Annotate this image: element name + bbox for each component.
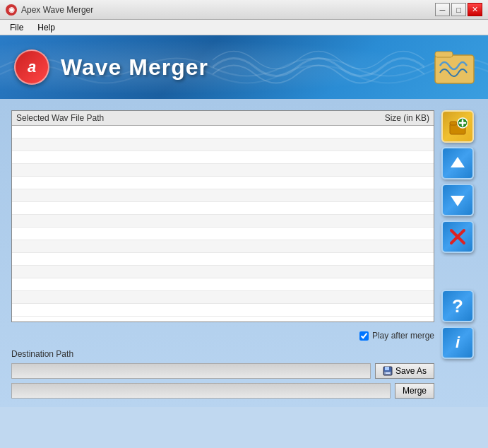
play-after-merge-label: Play after merge (372, 331, 434, 341)
merge-path-input[interactable] (11, 383, 391, 399)
delete-button[interactable] (441, 220, 474, 253)
svg-marker-12 (451, 196, 465, 206)
info-icon: i (456, 334, 460, 352)
merge-button[interactable]: Merge (395, 383, 434, 399)
info-button[interactable]: i (441, 326, 474, 359)
table-row (12, 189, 434, 202)
save-icon (383, 366, 393, 376)
save-as-label: Save As (395, 366, 427, 376)
move-down-button[interactable] (441, 184, 474, 216)
menu-help[interactable]: Help (30, 21, 62, 34)
add-icon (448, 117, 468, 136)
table-row (12, 215, 434, 228)
side-buttons: ? i (441, 110, 477, 399)
header-graphic (432, 41, 481, 94)
table-row (12, 202, 434, 215)
add-files-button[interactable] (441, 110, 474, 143)
table-row (12, 291, 434, 304)
app-logo: a (14, 49, 49, 85)
menu-bar: File Help (0, 20, 488, 35)
file-list-container: Selected Wav File Path Size (in KB) (11, 110, 434, 322)
table-row (12, 240, 434, 253)
table-row (12, 138, 434, 151)
destination-label: Destination Path (11, 349, 434, 359)
table-row (12, 228, 434, 240)
destination-row: Save As (11, 363, 434, 379)
move-up-button[interactable] (441, 147, 474, 179)
table-row (12, 151, 434, 164)
table-row (12, 177, 434, 189)
header-decoration (213, 35, 424, 99)
col-header-size: Size (in KB) (373, 113, 429, 123)
window-title: Apex Wave Merger (21, 5, 435, 15)
merge-label: Merge (403, 386, 427, 396)
svg-rect-7 (450, 122, 457, 125)
table-row (12, 126, 434, 138)
main-panel: Selected Wav File Path Size (in KB) (11, 110, 434, 399)
help-icon: ? (452, 295, 463, 317)
app-header: a Wave Merger (0, 35, 488, 99)
svg-marker-11 (451, 157, 465, 167)
arrow-down-icon (449, 191, 466, 208)
destination-path-input[interactable] (11, 363, 371, 379)
play-after-merge-checkbox[interactable] (359, 331, 369, 341)
content-area: Selected Wav File Path Size (in KB) (0, 99, 488, 407)
file-list-header: Selected Wav File Path Size (in KB) (12, 111, 434, 126)
play-after-merge-section: Play after merge (11, 328, 434, 343)
table-row (12, 164, 434, 177)
svg-rect-5 (386, 372, 390, 374)
maximize-button[interactable]: □ (451, 3, 466, 16)
button-spacer (441, 257, 477, 285)
table-row (12, 304, 434, 317)
minimize-button[interactable]: ─ (435, 3, 450, 16)
close-button[interactable]: ✕ (468, 3, 482, 16)
svg-rect-1 (435, 52, 453, 57)
table-row (12, 266, 434, 278)
table-row (12, 253, 434, 266)
menu-file[interactable]: File (3, 21, 30, 34)
app-title: Wave Merger (61, 54, 208, 81)
table-row (12, 278, 434, 291)
col-header-path: Selected Wav File Path (16, 113, 373, 123)
app-icon: ◉ (6, 4, 17, 16)
title-bar: ◉ Apex Wave Merger ─ □ ✕ (0, 0, 488, 20)
help-button[interactable]: ? (441, 290, 474, 322)
file-list-rows[interactable] (12, 126, 434, 317)
merge-row: Merge (11, 383, 434, 399)
arrow-up-icon (449, 155, 466, 172)
delete-icon (448, 228, 467, 246)
save-as-button[interactable]: Save As (375, 363, 434, 379)
svg-rect-3 (385, 367, 389, 370)
destination-section: Destination Path Save As Merge (11, 349, 434, 399)
title-bar-buttons: ─ □ ✕ (435, 3, 482, 16)
